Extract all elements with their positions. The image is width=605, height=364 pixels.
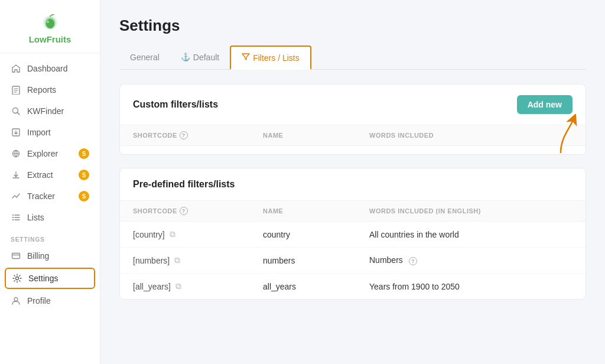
- extract-badge: S: [79, 170, 89, 180]
- words-cell: Years from 1900 to 2050: [369, 282, 573, 291]
- sidebar-item-settings[interactable]: Settings: [5, 268, 95, 289]
- svg-rect-8: [12, 214, 14, 216]
- svg-rect-10: [12, 219, 14, 220]
- words-cell: Numbers ?: [369, 255, 573, 265]
- table-row: [numbers] ⧉ numbers Numbers ?: [120, 248, 586, 274]
- custom-filters-title: Custom filters/lists: [133, 99, 218, 110]
- name-cell: all_years: [263, 282, 369, 291]
- sidebar-item-label: Explorer: [27, 149, 58, 158]
- th-words-pre: WORDS INCLUDED (IN ENGLISH): [369, 207, 573, 215]
- list-icon: [11, 212, 21, 223]
- th-shortcode-pre: SHORTCODE ?: [133, 207, 263, 215]
- tab-general[interactable]: General: [119, 46, 170, 70]
- th-shortcode: SHORTCODE ?: [133, 131, 263, 139]
- add-new-button[interactable]: Add new: [517, 95, 573, 114]
- shortcode-info-icon[interactable]: ?: [180, 131, 188, 139]
- tab-general-label: General: [130, 53, 160, 62]
- explorer-badge: S: [79, 148, 89, 159]
- predefined-filters-section: Pre-defined filters/lists SHORTCODE ? NA…: [119, 168, 586, 300]
- th-name: NAME: [263, 131, 369, 139]
- copy-icon[interactable]: ⧉: [174, 255, 180, 265]
- sidebar-item-reports[interactable]: Reports: [0, 79, 100, 100]
- name-cell: numbers: [263, 256, 369, 265]
- settings-section-title: SETTINGS: [0, 228, 100, 245]
- sidebar-item-explorer[interactable]: Explorer S: [0, 143, 100, 164]
- predefined-filters-title: Pre-defined filters/lists: [133, 179, 235, 190]
- shortcode-cell: [all_years] ⧉: [133, 281, 263, 291]
- sidebar-item-import[interactable]: Import: [0, 122, 100, 143]
- table-row: [country] ⧉ country All countries in the…: [120, 222, 586, 248]
- copy-icon[interactable]: ⧉: [175, 281, 181, 291]
- svg-rect-11: [12, 254, 20, 259]
- svg-point-3: [47, 21, 49, 23]
- sidebar-item-lists[interactable]: Lists: [0, 207, 100, 228]
- tabs-bar: General ⚓ Default Filters / Lists: [119, 46, 586, 70]
- logo-text: LowFruits: [29, 34, 71, 44]
- tab-default[interactable]: ⚓ Default: [170, 46, 230, 70]
- custom-filters-empty: [120, 146, 586, 154]
- logo-icon: [40, 11, 61, 32]
- predefined-filters-table-header: SHORTCODE ? NAME WORDS INCLUDED (IN ENGL…: [120, 201, 586, 222]
- main-content: Settings General ⚓ Default Filters / Lis…: [100, 0, 605, 364]
- sidebar-item-label: Reports: [27, 85, 56, 95]
- sidebar-item-label: Lists: [27, 213, 44, 222]
- tracker-badge: S: [79, 191, 89, 202]
- sidebar-item-label: KWFinder: [27, 106, 64, 116]
- sidebar-item-label: Settings: [28, 274, 58, 283]
- custom-filters-header: Custom filters/lists Add new: [120, 84, 586, 125]
- sidebar-item-kwfinder[interactable]: KWFinder: [0, 100, 100, 122]
- filter-icon: [242, 53, 250, 63]
- shortcode-cell: [numbers] ⧉: [133, 255, 263, 265]
- shortcode-value: [all_years]: [133, 282, 171, 291]
- sidebar-item-tracker[interactable]: Tracker S: [0, 186, 100, 207]
- custom-filters-section: Custom filters/lists Add new: [119, 84, 586, 155]
- sidebar-navigation: Dashboard Reports KWFinder Import: [0, 53, 100, 364]
- page-title: Settings: [119, 17, 586, 35]
- sidebar-item-billing[interactable]: Billing: [0, 245, 100, 266]
- sidebar-item-extract[interactable]: Extract S: [0, 164, 100, 186]
- custom-filters-table-header: SHORTCODE ? NAME WORDS INCLUDED: [120, 125, 586, 146]
- download-icon: [11, 170, 21, 180]
- add-new-container: Add new: [517, 95, 573, 114]
- sidebar-item-label: Import: [27, 128, 51, 137]
- settings-icon: [12, 273, 22, 284]
- tab-filters-label: Filters / Lists: [253, 53, 300, 63]
- copy-icon[interactable]: ⧉: [170, 229, 175, 239]
- tab-default-label: Default: [193, 53, 219, 62]
- svg-rect-9: [12, 217, 14, 218]
- name-cell: country: [263, 230, 369, 239]
- th-name-pre: NAME: [263, 207, 369, 215]
- words-cell: All countries in the world: [369, 230, 573, 239]
- sidebar-logo: LowFruits: [0, 0, 100, 53]
- sidebar-item-dashboard[interactable]: Dashboard: [0, 58, 100, 79]
- billing-icon: [11, 251, 21, 261]
- profile-icon: [11, 295, 21, 306]
- home-icon: [11, 63, 21, 74]
- svg-point-12: [16, 277, 19, 280]
- predefined-filters-header: Pre-defined filters/lists: [120, 168, 586, 201]
- anchor-icon: ⚓: [181, 53, 190, 61]
- sidebar-item-profile[interactable]: Profile: [0, 290, 100, 311]
- reports-icon: [11, 84, 21, 95]
- shortcode-value: [numbers]: [133, 256, 170, 265]
- search-icon: [11, 106, 21, 116]
- tab-filters[interactable]: Filters / Lists: [230, 46, 311, 70]
- import-icon: [11, 127, 21, 138]
- trending-icon: [11, 191, 21, 202]
- th-words-included: WORDS INCLUDED: [369, 131, 573, 139]
- sidebar-item-label: Profile: [27, 296, 51, 306]
- numbers-info-icon[interactable]: ?: [409, 257, 417, 265]
- sidebar-item-label: Tracker: [27, 191, 55, 201]
- svg-point-13: [14, 298, 18, 301]
- sidebar-item-label: Extract: [27, 170, 53, 180]
- sidebar: LowFruits Dashboard Reports KWFinder: [0, 0, 100, 364]
- shortcode-cell: [country] ⧉: [133, 229, 263, 239]
- shortcode-pre-info-icon[interactable]: ?: [180, 207, 188, 215]
- sidebar-item-label: Dashboard: [27, 64, 68, 73]
- sidebar-item-label: Billing: [27, 251, 49, 261]
- shortcode-value: [country]: [133, 230, 165, 239]
- table-row: [all_years] ⧉ all_years Years from 1900 …: [120, 274, 586, 299]
- globe-icon: [11, 148, 21, 159]
- svg-point-2: [46, 19, 54, 28]
